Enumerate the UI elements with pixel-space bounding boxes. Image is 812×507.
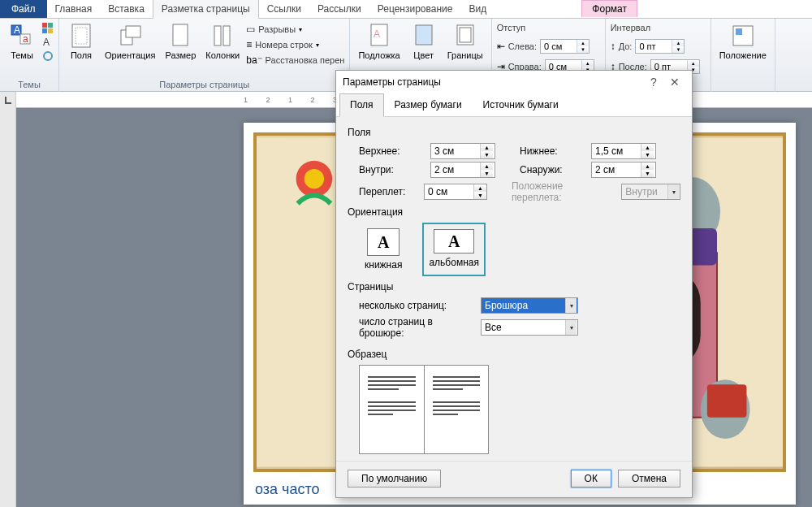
tab-page-layout[interactable]: Разметка страницы — [153, 0, 259, 19]
position-button[interactable]: Положение — [716, 21, 770, 62]
ok-button[interactable]: ОК — [571, 470, 611, 488]
margins-icon — [68, 23, 94, 49]
page-borders-icon — [452, 23, 478, 49]
orientation-button[interactable]: Ориентация — [102, 21, 158, 62]
page-color-icon — [411, 23, 437, 49]
columns-button[interactable]: Колонки — [202, 21, 243, 62]
page-borders-button[interactable]: Границы — [444, 21, 486, 62]
tab-insert[interactable]: Вставка — [100, 0, 153, 18]
tab-selector[interactable] — [0, 92, 16, 108]
tab-review[interactable]: Рецензирование — [369, 0, 461, 18]
spacing-title: Интервал — [611, 21, 706, 34]
inside-input[interactable]: ▲▼ — [430, 162, 495, 178]
svg-rect-23 — [736, 28, 742, 35]
group-page-setup: Поля Ориентация Размер Колонки ▭Разрывы▾… — [59, 19, 350, 92]
dialog-footer: По умолчанию ОК Отмена — [336, 461, 692, 497]
section-margins: Поля — [348, 127, 680, 138]
svg-point-34 — [304, 169, 324, 188]
section-preview: Образец — [348, 349, 680, 360]
gutter-pos-label: Положение переплета: — [512, 180, 613, 203]
default-button[interactable]: По умолчанию — [348, 470, 441, 488]
gutter-input[interactable]: ▲▼ — [424, 184, 487, 200]
tab-margins[interactable]: Поля — [339, 93, 384, 117]
svg-text:A: A — [14, 24, 20, 36]
page-setup-dialog: Параметры страницы ? ✕ Поля Размер бумаг… — [335, 70, 693, 498]
columns-icon — [209, 23, 235, 49]
orientation-icon — [117, 23, 143, 49]
line-numbers-icon: ≡ — [246, 39, 252, 50]
group-themes-label: Темы — [5, 79, 54, 90]
top-input[interactable]: ▲▼ — [430, 143, 495, 159]
indent-left-input[interactable]: ▲▼ — [540, 39, 590, 54]
watermark-icon: A — [366, 23, 392, 49]
svg-rect-4 — [42, 23, 47, 28]
multi-pages-select[interactable]: Брошюра▾ — [481, 297, 578, 314]
svg-point-9 — [44, 52, 52, 60]
inside-label: Внутри: — [359, 164, 422, 176]
section-orientation: Ориентация — [348, 206, 680, 218]
size-icon — [167, 23, 193, 49]
tab-home[interactable]: Главная — [47, 0, 101, 18]
hyphenation-button[interactable]: ba⁻Расстановка перен — [246, 54, 344, 67]
indent-title: Отступ — [497, 21, 600, 34]
tab-file[interactable]: Файл — [0, 0, 47, 18]
sheets-label: число страниц в брошюре: — [359, 316, 473, 339]
outside-input[interactable]: ▲▼ — [591, 162, 656, 178]
dialog-titlebar: Параметры страницы ? ✕ — [336, 71, 692, 93]
preview-box — [359, 365, 489, 454]
position-icon — [730, 23, 756, 49]
cancel-button[interactable]: Отмена — [618, 470, 680, 488]
line-numbers-button[interactable]: ≡Номера строк▾ — [246, 38, 344, 51]
svg-rect-19 — [416, 25, 432, 45]
bottom-label: Нижнее: — [520, 145, 583, 157]
orientation-landscape[interactable]: A альбомная — [422, 223, 486, 276]
spacing-before-input[interactable]: ▲▼ — [635, 39, 685, 54]
svg-rect-6 — [42, 28, 47, 33]
svg-rect-32 — [707, 384, 747, 418]
group-arrange: Положение — [711, 19, 775, 92]
themes-icon: Aa — [9, 23, 35, 49]
tab-paper[interactable]: Размер бумаги — [384, 93, 473, 116]
theme-effects-icon[interactable] — [42, 50, 54, 62]
dialog-title: Параметры страницы — [343, 76, 643, 88]
tab-format[interactable]: Формат — [581, 0, 637, 17]
vertical-ruler[interactable] — [0, 108, 16, 507]
themes-label: Темы — [11, 50, 33, 60]
tab-references[interactable]: Ссылки — [259, 0, 309, 18]
margins-button[interactable]: Поля — [64, 21, 98, 62]
bottom-input[interactable]: ▲▼ — [591, 143, 656, 159]
gutter-pos-select: Внутри▾ — [621, 184, 680, 200]
page-caption: оза часто — [255, 481, 320, 498]
tab-source[interactable]: Источник бумаги — [473, 93, 569, 116]
page-color-button[interactable]: Цвет — [407, 21, 441, 62]
outside-label: Снаружи: — [520, 164, 583, 176]
top-label: Верхнее: — [359, 145, 422, 157]
tab-mailings[interactable]: Рассылки — [309, 0, 369, 18]
breaks-icon: ▭ — [246, 24, 255, 35]
orientation-portrait[interactable]: A книжная — [359, 223, 408, 276]
multi-pages-label: несколько страниц: — [359, 300, 473, 311]
section-pages: Страницы — [348, 281, 680, 292]
watermark-button[interactable]: AПодложка — [355, 21, 403, 62]
breaks-button[interactable]: ▭Разрывы▾ — [246, 23, 344, 36]
tab-view[interactable]: Вид — [460, 0, 495, 18]
theme-fonts-icon[interactable]: A — [42, 37, 54, 48]
svg-rect-16 — [223, 26, 230, 46]
spacing-before-icon: ↕ — [611, 41, 615, 52]
svg-rect-15 — [214, 26, 221, 46]
hyphenation-icon: ba⁻ — [246, 54, 261, 66]
svg-rect-14 — [173, 24, 188, 46]
svg-point-29 — [693, 190, 709, 216]
landscape-icon: A — [434, 229, 474, 254]
svg-rect-7 — [48, 28, 53, 33]
close-button[interactable]: ✕ — [664, 76, 685, 89]
svg-text:A: A — [43, 37, 50, 48]
gutter-label: Переплет: — [359, 186, 416, 197]
sheets-select[interactable]: Все▾ — [481, 319, 578, 336]
themes-button[interactable]: Aa Темы — [5, 21, 39, 62]
help-button[interactable]: ? — [643, 76, 664, 89]
size-button[interactable]: Размер — [162, 21, 199, 62]
theme-colors-icon[interactable] — [42, 23, 54, 34]
portrait-icon: A — [367, 228, 400, 256]
svg-text:a: a — [23, 33, 28, 45]
